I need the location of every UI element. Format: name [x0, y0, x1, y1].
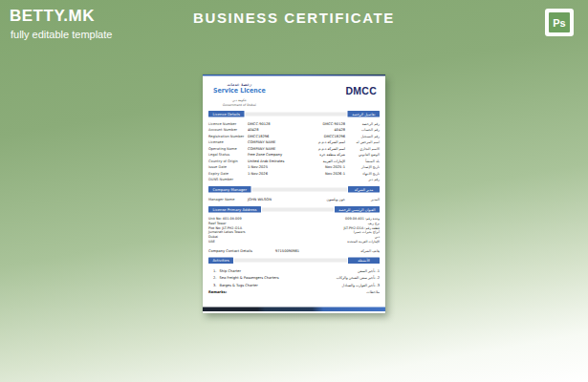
government-english: Government of Dubai	[213, 102, 266, 106]
section-label-en: Company Manager	[208, 186, 250, 193]
section-banner-company-manager: Company Manager مدير الشركة	[208, 186, 380, 193]
banner-divider	[262, 207, 334, 211]
doc-title-arabic: رخصة خدمات	[213, 82, 266, 87]
dmcc-logo: DMCC	[346, 86, 378, 97]
section-label-en: Licence Details	[208, 111, 244, 117]
section-banner-primary-address: License Primary Address العنوان الرئيسي …	[208, 206, 380, 213]
remarks-row: Remarks: ملاحظات	[208, 290, 380, 295]
banner-divider	[251, 187, 347, 191]
photoshop-badge-icon: Ps	[545, 9, 574, 36]
address-arabic: وحدة رقم: 401-08-009 برج ريف قطعة رقم: J…	[344, 217, 380, 244]
certificate-document: رخصة خدمات Service Licence حكومة دبي Gov…	[203, 74, 385, 313]
manager-row: Manager NameJOHN WILSONجون ويلسونالمدير	[208, 196, 380, 202]
banner-divider	[245, 112, 346, 116]
contact-phone: 97150090981	[275, 249, 341, 254]
banner-divider	[234, 259, 347, 263]
doc-footer-bar	[203, 308, 385, 312]
section-label-en: License Primary Address	[208, 206, 261, 213]
section-label-ar: مدير الشركة	[348, 186, 380, 193]
doc-header: رخصة خدمات Service Licence حكومة دبي Gov…	[208, 81, 380, 107]
section-label-ar: العنوان الرئيسي للرخصة	[335, 206, 380, 213]
address-english: Unit No: 401-08-009 Reef Tower Plot No: …	[208, 217, 246, 244]
contact-row: Company Contact Details 97150090981 هاتف…	[208, 249, 380, 254]
list-item: 1.Ship Charter 1. تأجير السفن	[208, 267, 380, 275]
doc-title: Service Licence	[213, 87, 266, 95]
page-title: BUSINESS CERTIFICATE	[0, 10, 588, 26]
promo-canvas: { "page": { "brand": "BETTY.MK", "taglin…	[0, 0, 588, 382]
photoshop-badge-label: Ps	[549, 12, 570, 32]
list-item: 3.Barges & Tugs Charter 3. تأجير القوارب…	[208, 282, 380, 289]
section-label-ar: تفاصيل الرخصة	[348, 111, 380, 117]
brand-tagline: fully editable template	[11, 29, 112, 40]
activities-list: 1.Ship Charter 1. تأجير السفن 2.Sea Frei…	[208, 267, 380, 289]
section-banner-licence-details: Licence Details تفاصيل الرخصة	[208, 111, 380, 117]
section-label-en: Activities	[208, 257, 233, 264]
address-block: Unit No: 401-08-009 Reef Tower Plot No: …	[208, 217, 380, 244]
table-row: DUNS Numberرقم دنز	[208, 176, 380, 182]
section-banner-activities: Activities الأنشطة	[208, 257, 380, 264]
licence-details-table: Licence NumberDMCC-90128DMCC-90128رقم ال…	[208, 120, 380, 182]
section-label-ar: الأنشطة	[348, 257, 380, 264]
list-item: 2.Sea Freight & Passengers Charters 2. ت…	[208, 274, 380, 282]
